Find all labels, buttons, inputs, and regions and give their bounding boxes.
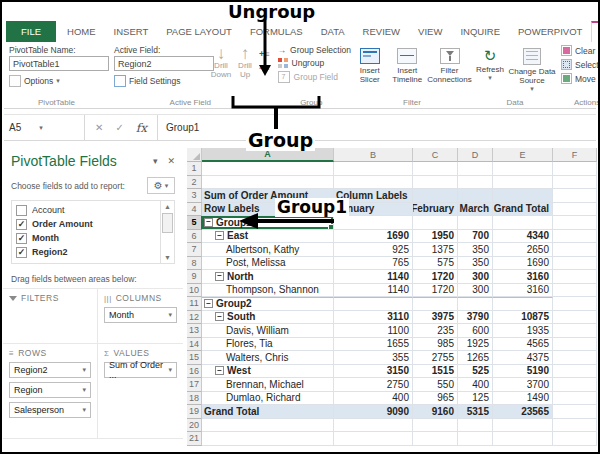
cell-D8[interactable]: 350 — [458, 257, 493, 271]
tab-review[interactable]: REVIEW — [354, 21, 409, 42]
cell-E4[interactable]: Grand Total — [493, 203, 553, 217]
cell-D2[interactable] — [458, 176, 493, 190]
row-header-15[interactable]: 15 — [187, 351, 202, 365]
cell-A2[interactable] — [202, 176, 334, 190]
cell-D13[interactable]: 600 — [458, 324, 493, 338]
cell-E8[interactable]: 1690 — [493, 257, 553, 271]
clear-button[interactable]: Clear ▾ — [561, 45, 600, 56]
columns-area[interactable]: ||| COLUMNS Month▾ — [98, 289, 183, 344]
cell-D18[interactable]: 125 — [458, 392, 493, 406]
scroll-down-icon[interactable]: ▼ — [164, 252, 171, 263]
cell-F10[interactable] — [553, 284, 597, 298]
cell-F1[interactable] — [553, 162, 597, 176]
row-header-12[interactable]: 12 — [187, 311, 202, 325]
cell-F18[interactable] — [553, 392, 597, 406]
cell-F7[interactable] — [553, 243, 597, 257]
cell-C12[interactable]: 3975 — [413, 311, 458, 325]
formula-input[interactable]: Group1 — [158, 115, 596, 140]
cell-D1[interactable] — [458, 162, 493, 176]
insert-function-icon[interactable]: fx — [136, 121, 147, 135]
row-header-10[interactable]: 10 — [187, 284, 202, 298]
cell-A7[interactable]: Albertson, Kathy — [202, 243, 334, 257]
rows-area[interactable]: ≡ ROWS Region2▾Region▾Salesperson▾ — [3, 344, 98, 439]
collapse-outline-icon[interactable]: − — [204, 218, 213, 227]
dropdown-arrow-icon[interactable]: ▾ — [82, 366, 86, 374]
cell-E6[interactable]: 4340 — [493, 230, 553, 244]
cell-A20[interactable] — [202, 419, 334, 433]
select-all-corner[interactable] — [187, 148, 202, 162]
cell-C19[interactable]: 9160 — [413, 405, 458, 419]
cell-A9[interactable]: −North — [202, 270, 334, 284]
cell-C15[interactable]: 2755 — [413, 351, 458, 365]
field-item-order-amount[interactable]: ✓Order Amount — [16, 217, 160, 231]
cell-B13[interactable]: 1100 — [334, 324, 413, 338]
cell-E3[interactable] — [493, 189, 553, 203]
rows-item[interactable]: Region2▾ — [9, 362, 91, 378]
row-header-1[interactable]: 1 — [187, 162, 202, 176]
cell-B15[interactable]: 355 — [334, 351, 413, 365]
tab-formulas[interactable]: FORMULAS — [241, 21, 312, 42]
cell-E9[interactable]: 3160 — [493, 270, 553, 284]
cell-C9[interactable]: 1720 — [413, 270, 458, 284]
row-header-20[interactable]: 20 — [187, 419, 202, 433]
cell-F20[interactable] — [553, 419, 597, 433]
cell-D3[interactable] — [458, 189, 493, 203]
row-header-8[interactable]: 8 — [187, 257, 202, 271]
cell-F19[interactable] — [553, 405, 597, 419]
cell-A18[interactable]: Dumlao, Richard — [202, 392, 334, 406]
cell-D21[interactable] — [458, 432, 493, 446]
cell-F11[interactable] — [553, 297, 597, 311]
collapse-outline-icon[interactable]: − — [204, 299, 213, 308]
dropdown-arrow-icon[interactable]: ▾ — [82, 406, 86, 414]
field-list-scrollbar[interactable]: ▲ ▼ — [160, 201, 174, 263]
collapse-outline-icon[interactable]: − — [215, 312, 224, 321]
column-header-B[interactable]: B — [334, 148, 413, 162]
cell-B11[interactable] — [334, 297, 413, 311]
enter-icon[interactable]: ✓ — [115, 122, 123, 133]
cell-D6[interactable]: 700 — [458, 230, 493, 244]
cell-B16[interactable]: 3150 — [334, 365, 413, 379]
tab-view[interactable]: VIEW — [409, 21, 451, 42]
cell-E5[interactable] — [493, 216, 553, 230]
cell-E12[interactable]: 10875 — [493, 311, 553, 325]
rows-item[interactable]: Salesperson▾ — [9, 402, 91, 418]
cell-E14[interactable]: 4565 — [493, 338, 553, 352]
cell-A15[interactable]: Walters, Chris — [202, 351, 334, 365]
row-header-11[interactable]: 11 — [187, 297, 202, 311]
checkbox-unchecked[interactable] — [16, 205, 27, 216]
ungroup-button[interactable]: Ungroup — [278, 58, 351, 68]
cell-C16[interactable]: 1515 — [413, 365, 458, 379]
cell-F21[interactable] — [553, 432, 597, 446]
cell-C11[interactable] — [413, 297, 458, 311]
cell-D14[interactable]: 1925 — [458, 338, 493, 352]
cell-A1[interactable] — [202, 162, 334, 176]
cell-B7[interactable]: 925 — [334, 243, 413, 257]
checkbox-checked[interactable]: ✓ — [16, 219, 27, 230]
cell-F17[interactable] — [553, 378, 597, 392]
options-button[interactable]: Options ▾ — [9, 75, 109, 87]
cell-C1[interactable] — [413, 162, 458, 176]
field-item-region2[interactable]: ✓Region2 — [16, 245, 160, 259]
cell-F6[interactable] — [553, 230, 597, 244]
group-selection-button[interactable]: → Group Selection — [278, 45, 351, 55]
column-header-F[interactable]: F — [553, 148, 597, 162]
collapse-field-button[interactable]: −≡ — [259, 64, 270, 73]
cell-F12[interactable] — [553, 311, 597, 325]
move-pivot-button[interactable]: Move Pivot — [561, 73, 600, 84]
row-header-18[interactable]: 18 — [187, 392, 202, 406]
cell-B1[interactable] — [334, 162, 413, 176]
cell-C8[interactable]: 575 — [413, 257, 458, 271]
cell-F14[interactable] — [553, 338, 597, 352]
name-box-dropdown-icon[interactable]: ▾ — [39, 124, 43, 132]
expand-field-button[interactable]: +≡ — [259, 50, 270, 59]
checkbox-checked[interactable]: ✓ — [16, 233, 27, 244]
active-field-input[interactable]: Region2 — [114, 56, 214, 71]
tools-button[interactable]: ⚙ ▾ — [147, 177, 175, 194]
checkbox-checked[interactable]: ✓ — [16, 247, 27, 258]
column-header-D[interactable]: D — [458, 148, 493, 162]
values-item[interactable]: Sum of Order ...▾ — [104, 362, 177, 378]
cell-B8[interactable]: 765 — [334, 257, 413, 271]
cell-B14[interactable]: 1655 — [334, 338, 413, 352]
tab-analyze[interactable]: ANALYZE — [591, 21, 600, 42]
cell-F9[interactable] — [553, 270, 597, 284]
